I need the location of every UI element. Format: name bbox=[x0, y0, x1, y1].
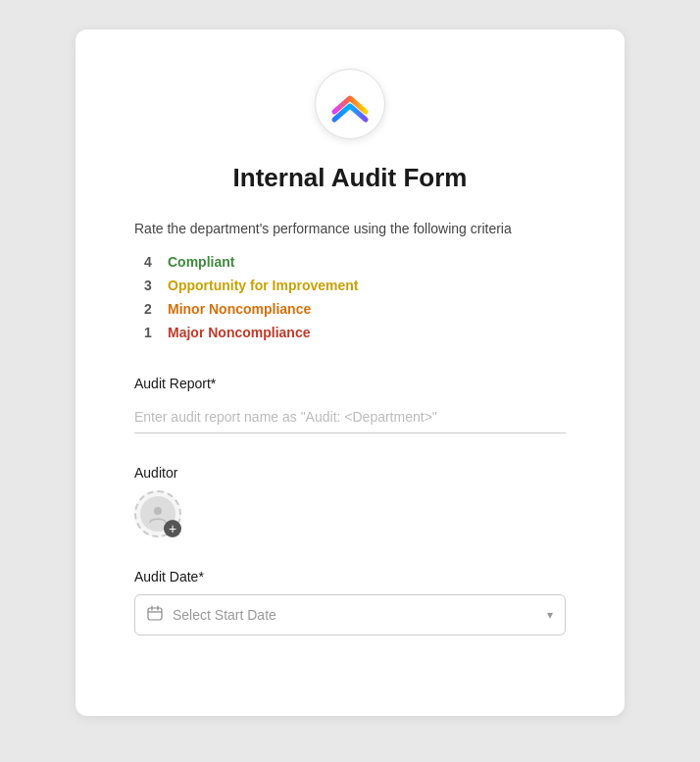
chevron-down-icon: ▾ bbox=[547, 608, 553, 622]
criteria-item: 4 Compliant bbox=[144, 254, 566, 270]
criteria-number: 2 bbox=[144, 301, 168, 317]
criteria-number: 3 bbox=[144, 278, 168, 293]
audit-date-label: Audit Date* bbox=[134, 569, 566, 584]
audit-report-label: Audit Report* bbox=[134, 376, 566, 391]
auditor-plus-icon: + bbox=[164, 520, 181, 537]
clickup-logo-icon bbox=[328, 82, 372, 126]
form-card: Internal Audit Form Rate the department'… bbox=[75, 29, 625, 716]
audit-date-section: Audit Date* Select Start Date ▾ bbox=[134, 569, 566, 635]
criteria-label: Opportunity for Improvement bbox=[168, 278, 358, 293]
auditor-label: Auditor bbox=[134, 465, 566, 481]
svg-rect-1 bbox=[148, 608, 162, 620]
calendar-icon bbox=[147, 605, 163, 625]
form-title: Internal Audit Form bbox=[134, 163, 566, 193]
criteria-label: Compliant bbox=[168, 254, 234, 270]
criteria-label: Minor Noncompliance bbox=[168, 301, 311, 317]
criteria-description: Rate the department's performance using … bbox=[134, 221, 566, 236]
date-placeholder: Select Start Date bbox=[173, 607, 547, 623]
audit-date-input[interactable]: Select Start Date ▾ bbox=[134, 594, 566, 635]
add-auditor-button[interactable]: + bbox=[134, 490, 181, 537]
criteria-item: 2 Minor Noncompliance bbox=[144, 301, 566, 317]
criteria-label: Major Noncompliance bbox=[168, 325, 310, 340]
auditor-section: Auditor + bbox=[134, 465, 566, 537]
criteria-number: 1 bbox=[144, 325, 168, 340]
criteria-list: 4 Compliant 3 Opportunity for Improvemen… bbox=[134, 254, 566, 340]
svg-point-0 bbox=[154, 507, 162, 515]
criteria-item: 3 Opportunity for Improvement bbox=[144, 278, 566, 293]
logo-circle bbox=[315, 69, 385, 139]
criteria-item: 1 Major Noncompliance bbox=[144, 325, 566, 340]
audit-report-section: Audit Report* bbox=[134, 376, 566, 433]
criteria-number: 4 bbox=[144, 254, 168, 270]
logo-container bbox=[134, 69, 566, 139]
audit-report-input[interactable] bbox=[134, 401, 566, 433]
